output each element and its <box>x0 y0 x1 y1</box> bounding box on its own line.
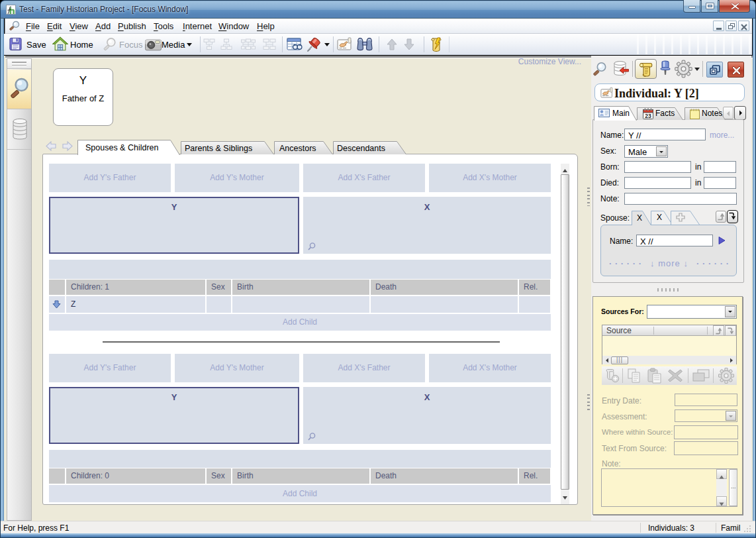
svg-text:X: X <box>657 213 662 222</box>
svg-text:23: 23 <box>645 113 651 119</box>
svg-text:Parents & Siblings: Parents & Siblings <box>185 144 252 153</box>
svg-text:Spouses & Children: Spouses & Children <box>85 143 159 152</box>
svg-text:Descendants: Descendants <box>337 144 385 153</box>
svg-text:X: X <box>637 213 642 223</box>
svg-text:Ancestors: Ancestors <box>279 144 316 153</box>
